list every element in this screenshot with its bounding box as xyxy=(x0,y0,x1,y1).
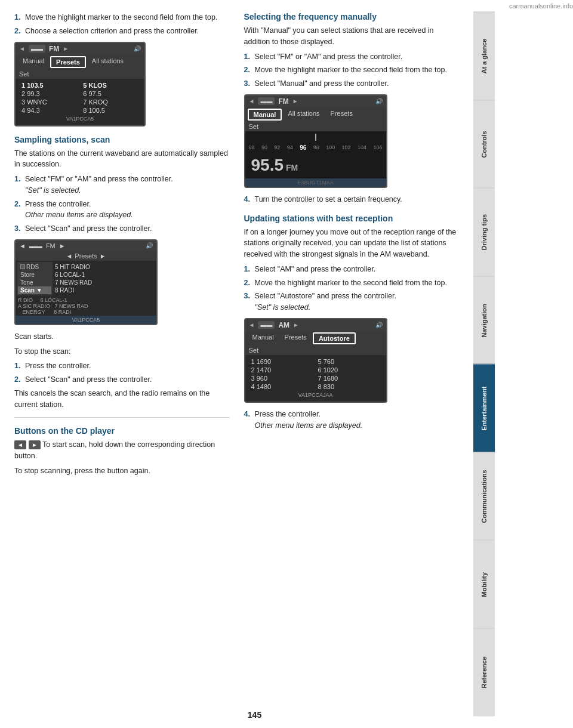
update-title: Updating stations with best reception xyxy=(244,214,460,223)
to-stop: To stop the scan: xyxy=(14,346,230,357)
freq-steps: 1. Select "FM" or "AM" and press the con… xyxy=(244,51,460,90)
watermark1: VA1PCCA5 xyxy=(19,115,141,123)
cd-title: Buttons on the CD player xyxy=(14,426,230,436)
sampling-step-2: 2. Press the controller.Other menu items… xyxy=(14,199,230,221)
tab-all-stations[interactable]: All stations xyxy=(87,56,128,68)
scan-stations-list: 5 HIT RADIO 6 LOCAL-1 7 NEWS RAD 8 RADI xyxy=(53,262,155,295)
screen1-tabs: Manual Presets All stations xyxy=(16,55,144,69)
freq-step-1: 1. Select "FM" or "AM" and press the con… xyxy=(244,51,460,63)
update-step-3: 3. Select "Autostore" and press the cont… xyxy=(244,291,460,313)
presets-banner: ◄ Presets ► xyxy=(16,251,156,261)
watermark4: VA1PCCAJAA xyxy=(249,391,383,399)
tab4-manual[interactable]: Manual xyxy=(248,332,279,344)
speaker-icon4: 🔊 xyxy=(375,322,383,328)
cd-text1: ◄ ► To start scan, hold down the corresp… xyxy=(14,439,230,462)
watermark2: VA1PCCA5 xyxy=(16,316,156,324)
fm-presets-screen: ◄ ▬▬ FM ► 🔊 Manual Presets All stations … xyxy=(14,42,146,127)
update-steps: 1. Select "AM" and press the controller.… xyxy=(244,264,460,313)
freq-unit: FM xyxy=(286,163,298,172)
station-row-3: 3 WNYC 7 KROQ xyxy=(19,98,141,106)
freq-step-3: 3. Select "Manual" and press the control… xyxy=(244,78,460,90)
scan-station-7: 7 NEWS RAD xyxy=(55,279,153,286)
scan-station-8: 8 RADI xyxy=(55,286,153,294)
am-station-3: 3 960 7 1680 xyxy=(249,374,383,382)
freq-display: 95.5 FM xyxy=(245,152,386,178)
screen4-header: ◄ ▬▬ AM ► 🔊 xyxy=(245,319,386,331)
tab4-presets[interactable]: Presets xyxy=(280,332,312,344)
screen4-stations: 1 1690 5 760 2 1470 6 1020 3 960 7 1680 … xyxy=(245,355,386,402)
screen2-header: ◄ ▬▬ FM ► 🔊 xyxy=(16,240,156,251)
screen1-set: Set xyxy=(16,69,144,79)
speaker-icon: 🔊 xyxy=(134,45,141,52)
scan-station-5: 5 HIT RADIO xyxy=(55,263,153,271)
speaker-icon3: 🔊 xyxy=(375,98,383,104)
intro-steps: 1. Move the highlight marker to the seco… xyxy=(14,12,230,37)
tab3-manual[interactable]: Manual xyxy=(248,109,282,121)
scan-content: RDS Store Tone Scan ▼ 5 HIT RADIO 6 LOCA… xyxy=(16,261,156,297)
tab4-autostore[interactable]: Autostore xyxy=(313,332,356,344)
screen3-tabs: Manual All stations Presets xyxy=(245,107,386,122)
freq-step4-list: 4. Turn the controller to set a certain … xyxy=(244,194,460,205)
sidebar-tab-at-a-glance[interactable]: At a glance xyxy=(473,12,495,100)
freq-step-4: 4. Turn the controller to set a certain … xyxy=(244,194,460,205)
screen3-header: ◄ ▬▬ FM ► 🔊 xyxy=(245,95,386,107)
station-row-4: 4 94.3 8 100.5 xyxy=(19,106,141,115)
sidebar-tab-communications[interactable]: Communications xyxy=(473,452,495,541)
right-arrow-icon: ► xyxy=(63,45,69,52)
left-arrow-icon: ◄ xyxy=(19,45,25,52)
update-intro: If on a longer journey you move out of t… xyxy=(244,227,460,260)
frequency-marker xyxy=(315,134,316,141)
screen4-set: Set xyxy=(245,346,386,355)
stop-step-2: 2. Select "Scan" and press the controlle… xyxy=(14,374,230,385)
freq-value: 95.5 xyxy=(251,156,284,175)
update-step4-list: 4. Press the controller.Other menu items… xyxy=(244,409,460,431)
update-step-1: 1. Select "AM" and press the controller. xyxy=(244,264,460,275)
intro-step-1: 1. Move the highlight marker to the seco… xyxy=(14,12,230,23)
screen3-set: Set xyxy=(245,122,386,131)
scan-extra-rows: R DIO 6 LOCAL-1 A SIC RADIO 7 NEWS RAD E… xyxy=(16,297,156,316)
sampling-step-3: 3. Select "Scan" and press the controlle… xyxy=(14,223,230,235)
sidebar-tab-entertainment[interactable]: Entertainment xyxy=(473,364,495,452)
freq-scale: 88 90 92 94 96 98 100 102 104 106 xyxy=(245,143,386,152)
screen1-stations: 1 103.5 5 KLOS 2 99.3 6 97.5 3 WNYC 7 KR… xyxy=(16,79,144,125)
tab3-presets[interactable]: Presets xyxy=(326,109,358,121)
sidebar-tab-navigation[interactable]: Navigation xyxy=(473,276,495,365)
tab-manual[interactable]: Manual xyxy=(18,56,49,68)
screen1-icon: ▬▬ xyxy=(29,45,45,53)
scan-starts: Scan starts. xyxy=(14,331,230,343)
next-button[interactable]: ► xyxy=(29,440,41,449)
am-station-1: 1 1690 5 760 xyxy=(249,357,383,366)
station-row-1: 1 103.5 5 KLOS xyxy=(19,81,141,90)
screen1-header: ◄ ▬▬ FM ► 🔊 xyxy=(16,43,144,55)
cd-text2: To stop scanning, press the button again… xyxy=(14,465,230,477)
scan-menu-list: RDS Store Tone Scan ▼ xyxy=(17,262,53,295)
bottom-watermark: carmanualsonline.info xyxy=(509,0,573,728)
update-step-2: 2. Move the highlight marker to the seco… xyxy=(244,277,460,289)
menu-tone: Tone xyxy=(18,279,51,286)
page-footer: 145 xyxy=(248,710,261,720)
screen4-tabs: Manual Presets Autostore xyxy=(245,331,386,346)
sidebar-tab-driving-tips[interactable]: Driving tips xyxy=(473,188,495,276)
sidebar-tab-controls[interactable]: Controls xyxy=(473,100,495,189)
scan-station-6: 6 LOCAL-1 xyxy=(55,271,153,279)
left-column: 1. Move the highlight marker to the seco… xyxy=(14,12,230,716)
watermark3: E3BUGT1MAA xyxy=(245,178,386,187)
am-autostore-screen: ◄ ▬▬ AM ► 🔊 Manual Presets Autostore Set… xyxy=(244,318,387,403)
tab-presets[interactable]: Presets xyxy=(50,56,86,68)
right-column: Selecting the frequency manually With "M… xyxy=(244,12,460,716)
screen3-indicator xyxy=(245,131,386,143)
speaker-icon2: 🔊 xyxy=(146,242,153,249)
menu-scan[interactable]: Scan ▼ xyxy=(18,286,51,294)
menu-store: Store xyxy=(18,271,51,279)
freq-step-2: 2. Move the highlight marker to the seco… xyxy=(244,64,460,76)
stop-step-1: 1. Press the controller. xyxy=(14,360,230,372)
divider xyxy=(14,417,230,418)
freq-intro: With "Manual" you can select stations th… xyxy=(244,25,460,48)
sidebar-tab-mobility[interactable]: Mobility xyxy=(473,540,495,628)
sidebar-tab-reference[interactable]: Reference xyxy=(473,628,495,717)
prev-button[interactable]: ◄ xyxy=(14,440,26,449)
tab3-all[interactable]: All stations xyxy=(283,109,324,121)
station-row-2: 2 99.3 6 97.5 xyxy=(19,90,141,98)
freq-title: Selecting the frequency manually xyxy=(244,12,460,21)
sampling-title: Sampling stations, scan xyxy=(14,135,230,144)
